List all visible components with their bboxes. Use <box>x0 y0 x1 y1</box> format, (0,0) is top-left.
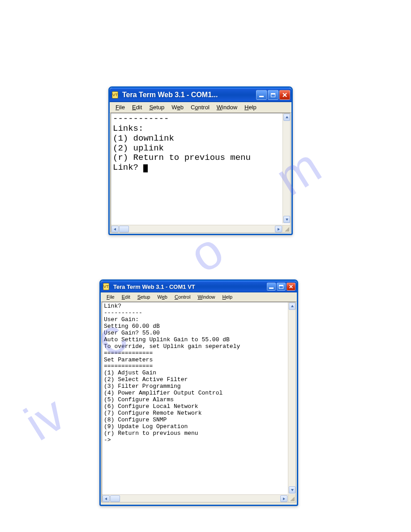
window-title: Tera Term Web 3.1 - COM1... <box>122 91 256 99</box>
menu-window[interactable]: Window <box>214 103 240 111</box>
vt-icon: VT <box>112 91 118 99</box>
title-bar[interactable]: VT Tera Term Web 3.1 - COM1... <box>110 88 291 102</box>
terminal-window-parameters: VT Tera Term Web 3.1 - COM1 VT File Edit… <box>99 279 298 506</box>
svg-marker-5 <box>278 228 280 231</box>
scroll-up-button[interactable] <box>283 114 290 121</box>
scroll-up-button[interactable] <box>289 303 295 310</box>
menu-web[interactable]: Web <box>168 103 187 111</box>
close-icon <box>289 284 293 289</box>
menu-file[interactable]: File <box>103 294 118 300</box>
scroll-thumb[interactable] <box>110 495 120 502</box>
watermark-char: iv <box>14 385 75 452</box>
vt-icon: VT <box>103 283 109 290</box>
terminal-output[interactable]: ----------- Links: (1) downlink (2) upli… <box>111 113 290 174</box>
close-icon <box>282 92 287 98</box>
close-button[interactable] <box>279 90 290 100</box>
scroll-down-button[interactable] <box>283 216 290 223</box>
minimize-button[interactable] <box>267 283 276 291</box>
svg-marker-4 <box>114 228 116 231</box>
scroll-right-button[interactable] <box>280 495 287 502</box>
terminal-window-links: VT Tera Term Web 3.1 - COM1... File Edit… <box>108 86 293 235</box>
scroll-thumb[interactable] <box>119 226 129 232</box>
chevron-up-icon <box>291 305 294 308</box>
resize-grip-icon[interactable] <box>285 227 289 232</box>
close-button[interactable] <box>287 283 295 291</box>
client-area: ----------- Links: (1) downlink (2) upli… <box>111 113 291 233</box>
terminal-output[interactable]: Link? ----------- User Gain: Setting 60.… <box>102 302 295 445</box>
scrollbar-corner <box>288 494 295 502</box>
menu-window[interactable]: Window <box>194 294 218 300</box>
scroll-left-button[interactable] <box>103 495 110 502</box>
menu-web[interactable]: Web <box>154 294 170 300</box>
svg-marker-11 <box>283 498 285 500</box>
svg-marker-8 <box>291 305 294 307</box>
scroll-track[interactable] <box>283 121 290 215</box>
chevron-up-icon <box>285 116 289 119</box>
horizontal-scrollbar[interactable] <box>102 494 288 502</box>
app-icon: VT <box>112 91 120 99</box>
scrollbar-corner <box>283 225 290 232</box>
scroll-track[interactable] <box>288 310 295 486</box>
menu-setup[interactable]: Setup <box>146 103 167 111</box>
window-title: Tera Term Web 3.1 - COM1 VT <box>113 283 267 290</box>
svg-marker-3 <box>286 219 288 221</box>
chevron-left-icon <box>104 497 108 501</box>
menu-control[interactable]: Control <box>171 294 193 300</box>
maximize-button[interactable] <box>277 283 286 291</box>
menu-edit[interactable]: Edit <box>119 294 133 300</box>
menu-edit[interactable]: Edit <box>129 103 145 111</box>
vertical-scrollbar[interactable] <box>283 113 290 223</box>
maximize-icon <box>279 285 283 289</box>
chevron-right-icon <box>277 227 280 231</box>
menu-help[interactable]: Help <box>219 294 236 300</box>
svg-marker-9 <box>291 489 294 491</box>
minimize-button[interactable] <box>256 90 267 100</box>
menu-bar: File Edit Setup Web Control Window Help <box>110 102 291 113</box>
menu-control[interactable]: Control <box>188 103 213 111</box>
vertical-scrollbar[interactable] <box>288 302 295 494</box>
svg-marker-2 <box>286 116 288 118</box>
maximize-icon <box>271 93 275 97</box>
app-icon: VT <box>103 283 111 291</box>
resize-grip-icon[interactable] <box>290 497 295 501</box>
menu-file[interactable]: File <box>112 103 128 111</box>
window-buttons <box>267 283 295 291</box>
menu-setup[interactable]: Setup <box>134 294 154 300</box>
minimize-icon <box>269 287 274 289</box>
scroll-left-button[interactable] <box>111 226 119 232</box>
chevron-right-icon <box>282 497 286 501</box>
chevron-left-icon <box>113 227 117 231</box>
scroll-track[interactable] <box>120 495 280 502</box>
scroll-right-button[interactable] <box>275 226 282 232</box>
svg-marker-10 <box>105 498 107 500</box>
scroll-track[interactable] <box>129 225 274 232</box>
menu-bar: File Edit Setup Web Control Window Help <box>101 292 297 302</box>
client-area: Link? ----------- User Gain: Setting 60.… <box>102 302 296 502</box>
horizontal-scrollbar[interactable] <box>111 225 283 232</box>
minimize-icon <box>259 96 264 97</box>
maximize-button[interactable] <box>268 90 278 100</box>
menu-help[interactable]: Help <box>241 103 260 111</box>
chevron-down-icon <box>291 488 294 492</box>
window-buttons <box>256 90 290 100</box>
title-bar[interactable]: VT Tera Term Web 3.1 - COM1 VT <box>101 281 297 292</box>
scroll-down-button[interactable] <box>289 486 295 493</box>
cursor-icon <box>143 164 148 172</box>
chevron-down-icon <box>285 218 289 221</box>
